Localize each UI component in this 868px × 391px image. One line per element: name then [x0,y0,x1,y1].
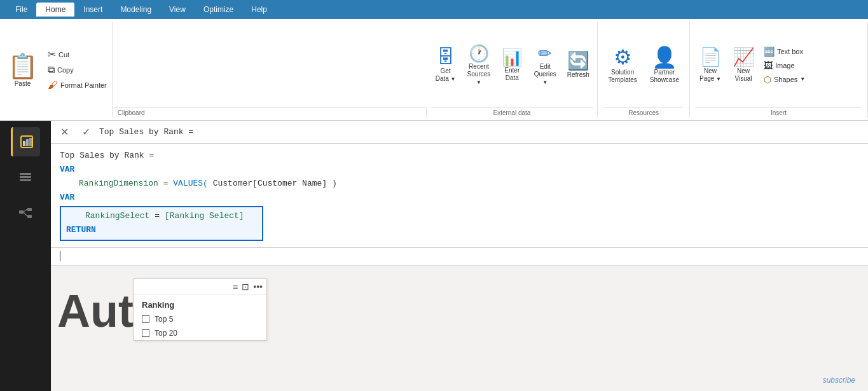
slicer-label-top20: Top 20 [155,329,177,338]
tab-help[interactable]: Help [242,3,276,17]
insert-label: Insert [695,107,862,116]
copy-icon: ⧉ [48,64,55,76]
text-box-button[interactable]: 🔤 Text box [761,45,808,58]
code-indent-1: RankingDimension = VALUES( Customer[Cust… [79,177,337,191]
slicer-title: Ranking [134,295,266,312]
code-line-3: RankingDimension = VALUES( Customer[Cust… [60,177,859,191]
canvas-content: Aut ≡ ⊡ ••• Ranking Top 5 Top 20 [51,266,868,391]
svg-rect-8 [27,208,32,211]
slicer-checkbox-top20[interactable] [142,329,149,337]
nav-report-icon[interactable] [11,127,40,156]
refresh-icon: 🔄 [567,52,589,70]
edit-queries-button[interactable]: ✏ EditQueries ▼ [530,43,560,88]
solution-templates-label: SolutionTemplates [608,69,637,84]
highlighted-block: RankingSelect = [Ranking Select] RETURN [60,206,263,240]
resources-label: Resources [604,107,683,116]
code-line-4: VAR [60,191,859,205]
tab-file[interactable]: File [6,3,36,17]
tab-optimize[interactable]: Optimize [195,3,242,17]
new-page-button[interactable]: 📄 NewPage ▼ [695,46,726,85]
partner-showcase-icon: 👤 [652,47,677,67]
ribbon-content: 📋 Paste ✂ Cut ⧉ Copy 🖌 Format Painter Cl… [0,19,868,120]
refresh-label: Refresh [567,71,589,79]
slicer-more-icon[interactable]: ••• [253,282,263,292]
code-ranking-select-ref: [Ranking Select] [165,211,244,221]
formula-cancel-button[interactable]: ✕ [56,124,72,141]
new-visual-label: NewVisual [734,67,752,83]
svg-line-11 [24,212,27,216]
formula-confirm-button[interactable]: ✓ [78,124,94,141]
code-text-1: Top Sales by Rank = [60,149,154,163]
code-values-fn: VALUES( [173,179,208,188]
get-data-button[interactable]: 🗄 GetData ▼ [431,46,461,85]
code-ranking-dim: RankingDimension [79,179,158,188]
code-line-6: RETURN [66,223,257,237]
text-cursor [60,251,60,261]
code-editor[interactable]: Top Sales by Rank = VAR RankingDimension… [51,144,868,248]
new-page-label: NewPage ▼ [699,67,721,83]
solution-templates-icon: ⚙ [614,47,632,67]
new-page-icon: 📄 [699,48,722,66]
svg-rect-2 [26,139,29,146]
image-label: Image [775,62,795,69]
enter-data-button[interactable]: 📊 EnterData [497,47,527,84]
image-icon: 🖼 [764,60,773,71]
formula-text[interactable]: Top Sales by Rank = [99,127,863,137]
image-button[interactable]: 🖼 Image [761,59,808,72]
nav-model-icon[interactable] [11,198,40,228]
ribbon-tab-bar: File Home Insert Modeling View Optimize … [0,0,868,19]
svg-rect-3 [29,138,32,146]
copy-button[interactable]: ⧉ Copy [45,63,109,77]
text-box-icon: 🔤 [764,46,775,57]
tab-view[interactable]: View [160,3,195,17]
enter-data-icon: 📊 [502,49,522,65]
slicer-menu-icon[interactable]: ≡ [233,282,238,292]
slicer-expand-icon[interactable]: ⊡ [242,282,249,292]
svg-rect-4 [20,173,31,175]
formula-bar: ✕ ✓ Top Sales by Rank = [51,121,868,144]
svg-rect-5 [20,176,31,178]
partner-showcase-button[interactable]: 👤 PartnerShowcase [646,45,683,86]
cut-button[interactable]: ✂ Cut [45,47,109,62]
new-visual-icon: 📈 [733,48,755,66]
code-var-1: VAR [60,163,74,177]
code-return: RETURN [66,223,96,237]
svg-rect-6 [20,179,31,181]
resources-group: ⚙ SolutionTemplates 👤 PartnerShowcase Re… [598,22,690,118]
ribbon: File Home Insert Modeling View Optimize … [0,0,868,121]
cut-icon: ✂ [48,48,56,60]
clipboard-label: Clipboard [113,107,427,118]
external-data-group: 🗄 GetData ▼ 🕐 RecentSources ▼ 📊 EnterDat… [427,22,598,118]
shapes-button[interactable]: ⬡ Shapes ▼ [761,73,808,86]
shapes-label: Shapes [774,76,797,83]
slicer-label-top5: Top 5 [155,315,173,324]
nav-data-icon[interactable] [11,163,40,192]
tab-insert[interactable]: Insert [74,3,111,17]
cut-label: Cut [59,51,69,58]
slicer-checkbox-top5[interactable] [142,315,149,323]
canvas-area: ✕ ✓ Top Sales by Rank = Top Sales by Ran… [51,121,868,391]
new-visual-button[interactable]: 📈 NewVisual [728,46,759,85]
slicer-item-top20[interactable]: Top 20 [134,326,266,340]
tab-modeling[interactable]: Modeling [111,3,160,17]
get-data-label: GetData ▼ [436,67,456,83]
recent-sources-button[interactable]: 🕐 RecentSources ▼ [464,43,495,88]
paste-button[interactable]: 📋 Paste [3,23,43,116]
resources-buttons: ⚙ SolutionTemplates 👤 PartnerShowcase [604,23,683,107]
insert-stack: 🔤 Text box 🖼 Image ⬡ Shapes ▼ [761,45,808,86]
text-box-label: Text box [777,48,803,55]
slicer-item-top5[interactable]: Top 5 [134,312,266,326]
code-line-1: Top Sales by Rank = [60,149,859,163]
paste-icon: 📋 [8,52,38,80]
format-painter-icon: 🖌 [48,79,58,91]
solution-templates-button[interactable]: ⚙ SolutionTemplates [604,45,641,86]
insert-buttons: 📄 NewPage ▼ 📈 NewVisual 🔤 Text box 🖼 [695,23,862,107]
svg-line-10 [24,209,27,212]
format-painter-button[interactable]: 🖌 Format Painter [45,78,109,92]
code-var-2: VAR [60,191,74,205]
get-data-icon: 🗄 [437,48,455,66]
refresh-button[interactable]: 🔄 Refresh [563,50,593,81]
external-data-label: External data [431,107,594,116]
edit-queries-label: EditQueries ▼ [534,63,556,86]
tab-home[interactable]: Home [36,3,74,17]
